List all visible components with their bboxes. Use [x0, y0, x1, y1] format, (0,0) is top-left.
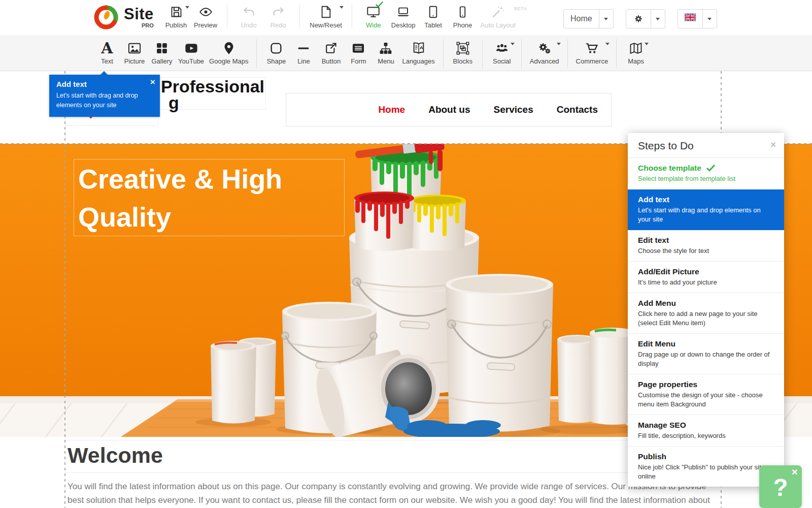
maps-button[interactable]: Maps	[625, 40, 647, 65]
tooltip-close-icon[interactable]: ×	[150, 77, 155, 87]
toolbar-label: Wide	[366, 21, 381, 29]
page-guide-left	[64, 71, 65, 508]
desktop-button[interactable]: Desktop	[391, 4, 416, 29]
gallery-icon	[155, 40, 169, 56]
toolbar-label: Text	[101, 57, 113, 65]
wide-button[interactable]: Wide	[362, 4, 385, 29]
language-button[interactable]	[678, 10, 703, 28]
undo-button[interactable]: Undo	[237, 4, 260, 29]
help-close-icon[interactable]: ×	[792, 466, 798, 478]
toolbar-label: Form	[351, 57, 366, 65]
nav-item-contacts[interactable]: Contacts	[557, 104, 598, 115]
step-title: Add Menu	[638, 298, 774, 308]
text-button[interactable]: AText	[96, 40, 118, 65]
check-icon	[706, 163, 716, 173]
line-button[interactable]: Line	[292, 40, 315, 65]
settings-caret[interactable]	[651, 10, 665, 28]
step-item-add-menu[interactable]: Add MenuClick here to add a new page to …	[628, 293, 784, 334]
page-select-value[interactable]: Home	[564, 10, 599, 28]
toolbar-label: Picture	[124, 57, 145, 65]
toolbar-divider	[352, 5, 352, 28]
commerce-icon	[585, 40, 599, 56]
step-item-edit-menu[interactable]: Edit MenuDrag page up or down to change …	[628, 334, 784, 374]
commerce-button[interactable]: Commerce	[576, 40, 608, 65]
toolbar-label: Shape	[267, 57, 286, 65]
auto-layout-button[interactable]: BETAAuto Layout	[481, 4, 516, 29]
youtube-button[interactable]: YouTube	[178, 40, 204, 65]
toolbar-label: Tablet	[424, 21, 442, 29]
toolbar-label: Redo	[270, 21, 286, 29]
sitepro-logo-icon	[93, 4, 119, 30]
help-button[interactable]: ? ×	[759, 465, 802, 508]
step-item-add-text[interactable]: Add textLet's start with drag and drop e…	[628, 189, 784, 230]
google-maps-button[interactable]: Google Maps	[209, 40, 248, 65]
toolbar-divider	[482, 39, 483, 68]
wand-icon	[491, 4, 505, 20]
toolbar-label: Desktop	[391, 21, 416, 29]
toolbar-label: Maps	[628, 57, 644, 65]
add-text-tooltip: × Add text Let's start with drag and dro…	[49, 71, 160, 117]
shape-button[interactable]: Shape	[265, 40, 287, 65]
step-title: Manage SEO	[638, 420, 774, 430]
save-icon	[170, 4, 183, 20]
tooltip-title: Add text	[56, 80, 153, 88]
step-item-page-properties[interactable]: Page propertiesCustomise the design of y…	[628, 374, 784, 415]
nav-item-home[interactable]: Home	[378, 104, 405, 115]
toolbar-divider	[256, 39, 257, 68]
languages-button[interactable]: ALanguages	[402, 40, 434, 65]
laptop-icon	[396, 4, 410, 20]
brand-logo: Site PRO	[93, 4, 154, 30]
social-button[interactable]: Social	[491, 40, 513, 65]
phone-icon	[456, 4, 469, 20]
welcome-heading[interactable]: Welcome	[67, 443, 163, 468]
button-button[interactable]: Button	[320, 40, 342, 65]
preview-button[interactable]: Preview	[194, 4, 217, 29]
step-desc: Nice job! Click "Publish" to publish you…	[638, 463, 774, 481]
menu-button[interactable]: Menu	[375, 40, 397, 65]
step-desc: Click here to add a new page to your sit…	[638, 309, 774, 328]
nav-item-services[interactable]: Services	[494, 104, 533, 115]
step-item-edit-text[interactable]: Edit textChoose the style for text	[628, 230, 784, 262]
nav-item-about-us[interactable]: About us	[428, 104, 470, 115]
toolbar-label: Google Maps	[209, 57, 248, 65]
new-reset-button[interactable]: New/Reset	[310, 4, 342, 29]
line-icon	[296, 40, 311, 56]
redo-button[interactable]: Redo	[266, 4, 290, 29]
menu-icon	[379, 40, 393, 56]
blocks-button[interactable]: Blocks	[452, 40, 474, 65]
phone-button[interactable]: Phone	[451, 4, 475, 29]
site-navigation: HomeAbout usServicesContacts	[286, 93, 612, 126]
hero-title[interactable]: Creative & High Quality	[74, 159, 345, 236]
toolbar-divider	[567, 39, 568, 68]
step-title: Page properties	[638, 379, 774, 389]
publish-button[interactable]: Publish	[164, 4, 188, 29]
step-title: Publish	[638, 452, 774, 461]
steps-panel-close-icon[interactable]: ×	[770, 140, 776, 150]
dropdown-caret-icon	[557, 43, 561, 45]
eye-icon	[199, 4, 213, 20]
picture-button[interactable]: Picture	[123, 40, 146, 65]
step-desc: Fill title, description, keywords	[638, 431, 774, 440]
form-button[interactable]: Form	[347, 40, 369, 65]
step-desc: Let's start with drag and drop elements …	[638, 206, 774, 224]
welcome-paragraph[interactable]: You will find the latest information abo…	[67, 480, 721, 508]
toolbar-label: Advanced	[530, 57, 559, 65]
text-icon: A	[101, 40, 113, 56]
dropdown-caret-icon	[645, 43, 649, 45]
tablet-button[interactable]: Tablet	[422, 4, 445, 29]
button-icon	[324, 40, 338, 56]
gallery-button[interactable]: Gallery	[151, 40, 173, 65]
social-icon	[495, 40, 509, 56]
page-select-caret[interactable]	[599, 10, 613, 28]
step-item-add-edit-picture[interactable]: Add/Edit PictureIt's time to add your pi…	[628, 262, 784, 293]
advanced-button[interactable]: Advanced	[530, 40, 559, 65]
step-item-manage-seo[interactable]: Manage SEOFill title, description, keywo…	[628, 415, 784, 447]
tooltip-text: Let's start with drag and drop elements …	[56, 91, 144, 110]
language-caret[interactable]	[703, 10, 717, 28]
shape-icon	[269, 40, 283, 56]
undo-icon	[242, 4, 256, 20]
toolbar-divider	[227, 5, 227, 28]
step-item-choose-template[interactable]: Choose templateSelect template from temp…	[628, 158, 784, 189]
step-title: Edit Menu	[638, 339, 774, 348]
settings-button[interactable]	[626, 10, 651, 28]
